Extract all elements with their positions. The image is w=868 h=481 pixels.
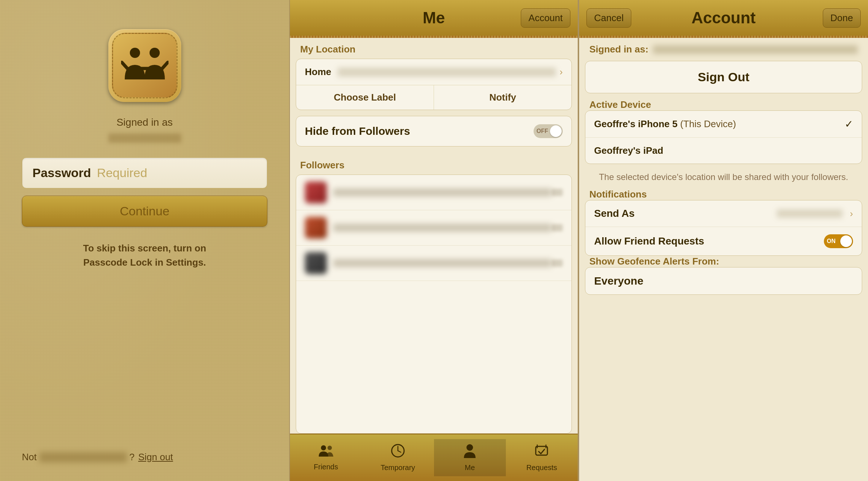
notify-button[interactable]: Notify	[434, 85, 571, 110]
device-2-name: Geoffrey's iPad	[594, 145, 853, 156]
cancel-button[interactable]: Cancel	[586, 8, 631, 28]
requests-tab-icon	[534, 443, 549, 461]
geofence-section-label: Show Geofence Alerts From:	[579, 249, 729, 270]
tab-bar: Friends Temporary Me Requests	[290, 434, 578, 481]
followers-list	[296, 175, 572, 434]
svg-point-2	[150, 48, 160, 58]
requests-tab-label: Requests	[526, 464, 557, 472]
svg-point-0	[130, 48, 140, 58]
device-1-checkmark: ✓	[845, 118, 853, 130]
device-1-name: Geoffre's iPhone 5 (This Device)	[594, 118, 845, 130]
account-panel: Cancel Account Done Signed in as: Sign O…	[578, 0, 868, 481]
done-button[interactable]: Done	[823, 8, 861, 28]
sign-out-button[interactable]: Sign Out	[585, 61, 862, 93]
signed-in-row: Signed in as:	[579, 36, 868, 58]
location-buttons: Choose Label Notify	[296, 85, 571, 110]
password-label: Password	[32, 166, 91, 180]
password-field[interactable]: Password Required	[22, 157, 267, 188]
friends-tab-icon	[318, 444, 334, 461]
notifications-section: Send As › Allow Friend Requests ON	[585, 200, 862, 256]
follower-name-3	[333, 259, 552, 267]
temporary-tab-icon	[391, 443, 405, 461]
toggle-on-knob	[840, 235, 852, 247]
home-label: Home	[305, 66, 338, 78]
skip-hint-text: To skip this screen, turn onPasscode Loc…	[83, 241, 206, 270]
toggle-on-label: ON	[827, 238, 836, 245]
toggle-off-label: OFF	[536, 128, 548, 134]
username-blurred	[108, 133, 181, 143]
current-user-blurred	[39, 452, 127, 462]
follower-row-2[interactable]	[296, 210, 571, 246]
me-tab-icon	[463, 443, 476, 461]
continue-button[interactable]: Continue	[22, 196, 267, 227]
sign-out-link[interactable]: Sign out	[138, 451, 173, 463]
tab-me[interactable]: Me	[434, 439, 506, 476]
account-button[interactable]: Account	[521, 8, 570, 28]
hide-followers-label: Hide from Followers	[305, 125, 534, 137]
account-title: Account	[691, 9, 756, 27]
device-row-1[interactable]: Geoffre's iPhone 5 (This Device) ✓	[585, 111, 862, 138]
follower-avatar-1	[305, 181, 327, 203]
svg-line-9	[398, 451, 401, 452]
this-device-note: (This Device)	[680, 118, 736, 129]
people-icon	[121, 45, 168, 86]
svg-line-1	[122, 62, 128, 70]
send-as-value-blurred	[777, 210, 842, 218]
device-row-2[interactable]: Geoffrey's iPad	[585, 138, 862, 164]
temporary-tab-label: Temporary	[381, 464, 415, 472]
svg-point-10	[466, 444, 473, 451]
me-title: Me	[423, 9, 445, 27]
account-content: Signed in as: Sign Out Active Device Geo…	[579, 36, 868, 481]
geofence-value[interactable]: Everyone	[585, 267, 862, 295]
svg-point-6	[328, 446, 332, 450]
me-tab-label: Me	[465, 464, 475, 472]
not-label: Not	[22, 451, 36, 463]
hide-followers-toggle[interactable]: OFF	[534, 124, 563, 138]
password-placeholder: Required	[97, 166, 147, 180]
follower-avatar-3	[305, 252, 327, 274]
device-section: Geoffre's iPhone 5 (This Device) ✓ Geoff…	[585, 110, 862, 164]
login-panel: Signed in as Password Required Continue …	[0, 0, 289, 481]
app-icon-inner	[112, 33, 178, 98]
signed-in-label: Signed in as	[116, 117, 173, 128]
follower-name-1	[333, 188, 552, 196]
follower-detail-2	[552, 224, 563, 231]
allow-friend-requests-toggle[interactable]: ON	[824, 234, 853, 248]
my-location-label: My Location	[290, 36, 578, 59]
tab-friends[interactable]: Friends	[290, 440, 362, 476]
follower-row-3[interactable]	[296, 246, 571, 281]
follower-row-1[interactable]	[296, 175, 571, 210]
me-header: Me Account	[290, 0, 578, 36]
svg-line-3	[161, 62, 168, 70]
svg-point-5	[321, 445, 326, 450]
notifications-label: Notifications	[579, 181, 657, 203]
account-header: Cancel Account Done	[579, 0, 868, 36]
bottom-bar: Not ? Sign out	[22, 451, 267, 463]
follower-avatar-2	[305, 217, 327, 239]
toggle-knob	[550, 125, 562, 137]
app-icon	[108, 29, 181, 102]
question-mark: ?	[129, 451, 134, 463]
hide-followers-row[interactable]: Hide from Followers OFF	[296, 116, 572, 146]
location-card: Home › Choose Label Notify	[296, 59, 572, 110]
tab-requests[interactable]: Requests	[506, 439, 578, 476]
friends-tab-label: Friends	[314, 463, 338, 471]
signed-in-as-label: Signed in as:	[589, 44, 648, 55]
location-value-blurred	[338, 68, 556, 77]
follower-detail-1	[552, 189, 563, 196]
location-home-row[interactable]: Home ›	[296, 59, 571, 85]
active-device-label: Active Device	[579, 92, 661, 114]
allow-friend-requests-label: Allow Friend Requests	[594, 235, 824, 247]
send-as-chevron: ›	[850, 208, 853, 219]
followers-section-label: Followers	[290, 152, 578, 175]
follower-detail-3	[552, 259, 563, 267]
choose-label-button[interactable]: Choose Label	[296, 85, 434, 110]
follower-name-2	[333, 224, 552, 232]
send-as-label: Send As	[594, 208, 777, 219]
send-as-row[interactable]: Send As ›	[585, 200, 862, 227]
location-chevron: ›	[559, 66, 563, 78]
tab-temporary[interactable]: Temporary	[362, 439, 434, 476]
me-panel: Me Account My Location Home › Choose Lab…	[289, 0, 578, 481]
account-username-blurred	[653, 45, 858, 54]
